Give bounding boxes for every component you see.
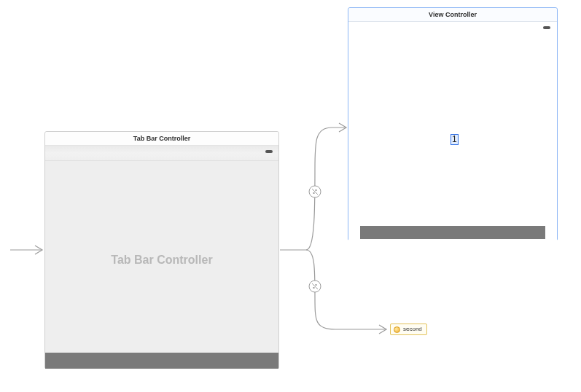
battery-icon <box>265 150 273 153</box>
svg-rect-3 <box>313 192 315 194</box>
status-bar-area <box>45 146 278 161</box>
initial-vc-arrow[interactable] <box>10 246 42 254</box>
svg-rect-4 <box>316 189 317 191</box>
tab-bar <box>45 353 278 369</box>
controller-watermark: Tab Bar Controller <box>45 254 278 267</box>
svg-rect-8 <box>316 284 317 286</box>
segue-badge-bottom[interactable] <box>309 281 321 292</box>
tab-bar-controller-scene[interactable]: Tab Bar Controller Tab Bar Controller <box>44 131 279 369</box>
tab-bar <box>360 226 545 239</box>
view-controller-scene[interactable]: View Controller 1 <box>348 7 558 240</box>
tab-bar-item-icon <box>394 326 400 333</box>
scene-title: Tab Bar Controller <box>45 132 278 146</box>
tab-bar-item-second-ref[interactable]: second <box>390 324 427 335</box>
tab-bar-item-label: second <box>403 326 422 332</box>
center-label-selected[interactable]: 1 <box>451 134 459 145</box>
segue-badge-top[interactable] <box>309 186 321 197</box>
svg-rect-7 <box>313 287 315 289</box>
battery-icon <box>543 26 550 29</box>
scene-title: View Controller <box>348 8 557 22</box>
